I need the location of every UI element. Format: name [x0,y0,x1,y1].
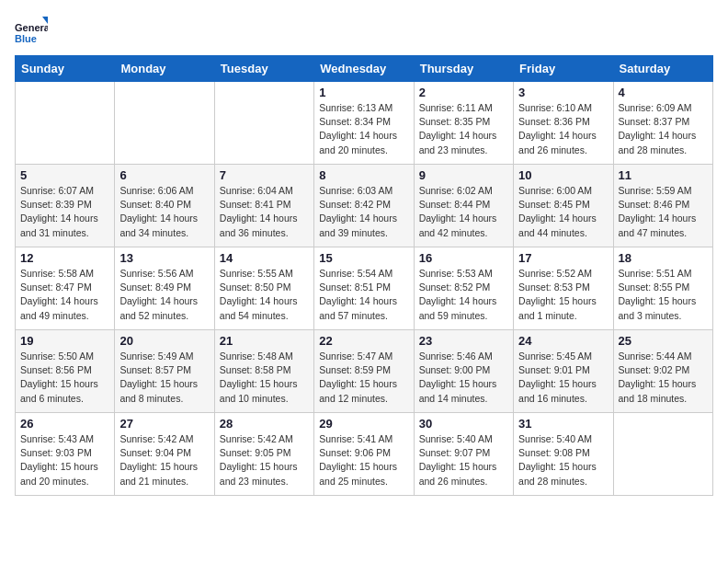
calendar-day-cell: 16Sunrise: 5:53 AM Sunset: 8:52 PM Dayli… [414,247,513,330]
calendar-day-cell: 19Sunrise: 5:50 AM Sunset: 8:56 PM Dayli… [16,330,115,413]
day-number: 16 [419,251,508,265]
day-number: 1 [319,86,408,99]
day-info: Sunrise: 5:44 AM Sunset: 9:02 PM Dayligh… [619,350,708,406]
days-of-week-row: SundayMondayTuesdayWednesdayThursdayFrid… [16,56,713,82]
day-number: 24 [518,334,608,348]
calendar-week-row: 12Sunrise: 5:58 AM Sunset: 8:47 PM Dayli… [16,247,713,330]
day-info: Sunrise: 5:58 AM Sunset: 8:47 PM Dayligh… [20,267,109,323]
day-of-week-header: Thursday [414,56,513,82]
day-info: Sunrise: 6:06 AM Sunset: 8:40 PM Dayligh… [119,184,209,240]
calendar-day-cell: 6Sunrise: 6:06 AM Sunset: 8:40 PM Daylig… [115,165,214,247]
day-info: Sunrise: 5:55 AM Sunset: 8:50 PM Dayligh… [220,267,309,323]
day-of-week-header: Saturday [613,56,712,82]
calendar-day-cell: 18Sunrise: 5:51 AM Sunset: 8:55 PM Dayli… [613,247,712,330]
calendar-day-cell: 9Sunrise: 6:02 AM Sunset: 8:44 PM Daylig… [414,165,513,247]
day-of-week-header: Friday [514,56,613,82]
day-info: Sunrise: 5:56 AM Sunset: 8:49 PM Dayligh… [119,267,209,323]
day-number: 18 [619,251,708,265]
day-info: Sunrise: 5:53 AM Sunset: 8:52 PM Dayligh… [419,267,508,323]
calendar-week-row: 1Sunrise: 6:13 AM Sunset: 8:34 PM Daylig… [16,82,713,165]
day-info: Sunrise: 5:47 AM Sunset: 8:59 PM Dayligh… [319,350,408,406]
day-number: 26 [20,417,109,431]
day-number: 30 [419,417,508,431]
calendar-day-cell: 29Sunrise: 5:41 AM Sunset: 9:06 PM Dayli… [314,413,414,496]
day-info: Sunrise: 6:04 AM Sunset: 8:41 PM Dayligh… [220,184,309,240]
calendar-day-cell: 23Sunrise: 5:46 AM Sunset: 9:00 PM Dayli… [414,330,513,413]
day-number: 28 [220,417,309,431]
day-number: 25 [619,334,708,348]
calendar-day-cell: 17Sunrise: 5:52 AM Sunset: 8:53 PM Dayli… [514,247,613,330]
calendar-day-cell: 1Sunrise: 6:13 AM Sunset: 8:34 PM Daylig… [314,82,414,165]
calendar-week-row: 19Sunrise: 5:50 AM Sunset: 8:56 PM Dayli… [16,330,713,413]
calendar-day-cell: 13Sunrise: 5:56 AM Sunset: 8:49 PM Dayli… [115,247,214,330]
day-number: 6 [119,168,209,182]
day-info: Sunrise: 5:59 AM Sunset: 8:46 PM Dayligh… [619,184,708,240]
day-of-week-header: Tuesday [214,56,313,82]
calendar-day-cell [115,82,214,165]
calendar-day-cell: 14Sunrise: 5:55 AM Sunset: 8:50 PM Dayli… [214,247,313,330]
calendar-day-cell: 3Sunrise: 6:10 AM Sunset: 8:36 PM Daylig… [514,82,613,165]
day-number: 4 [619,86,708,99]
calendar-day-cell: 26Sunrise: 5:43 AM Sunset: 9:03 PM Dayli… [16,413,115,496]
calendar-table: SundayMondayTuesdayWednesdayThursdayFrid… [15,55,713,496]
calendar-day-cell: 24Sunrise: 5:45 AM Sunset: 9:01 PM Dayli… [514,330,613,413]
day-info: Sunrise: 5:42 AM Sunset: 9:04 PM Dayligh… [119,432,209,488]
day-info: Sunrise: 5:51 AM Sunset: 8:55 PM Dayligh… [619,267,708,323]
header: General Blue [15,15,713,48]
calendar-day-cell: 5Sunrise: 6:07 AM Sunset: 8:39 PM Daylig… [16,165,115,247]
calendar-day-cell: 15Sunrise: 5:54 AM Sunset: 8:51 PM Dayli… [314,247,414,330]
calendar-day-cell: 22Sunrise: 5:47 AM Sunset: 8:59 PM Dayli… [314,330,414,413]
day-number: 20 [119,334,209,348]
day-info: Sunrise: 5:48 AM Sunset: 8:58 PM Dayligh… [220,350,309,406]
calendar-day-cell: 2Sunrise: 6:11 AM Sunset: 8:35 PM Daylig… [414,82,513,165]
day-number: 7 [220,168,309,182]
day-info: Sunrise: 5:45 AM Sunset: 9:01 PM Dayligh… [518,350,608,406]
day-number: 10 [518,168,608,182]
day-of-week-header: Sunday [16,56,115,82]
calendar-day-cell: 7Sunrise: 6:04 AM Sunset: 8:41 PM Daylig… [214,165,313,247]
day-number: 31 [518,417,608,431]
day-info: Sunrise: 5:49 AM Sunset: 8:57 PM Dayligh… [119,350,209,406]
day-info: Sunrise: 5:42 AM Sunset: 9:05 PM Dayligh… [220,432,309,488]
calendar-week-row: 26Sunrise: 5:43 AM Sunset: 9:03 PM Dayli… [16,413,713,496]
day-info: Sunrise: 6:10 AM Sunset: 8:36 PM Dayligh… [518,101,608,157]
day-info: Sunrise: 5:41 AM Sunset: 9:06 PM Dayligh… [319,432,408,488]
day-info: Sunrise: 5:46 AM Sunset: 9:00 PM Dayligh… [419,350,508,406]
day-number: 12 [20,251,109,265]
day-info: Sunrise: 5:54 AM Sunset: 8:51 PM Dayligh… [319,267,408,323]
calendar-day-cell: 21Sunrise: 5:48 AM Sunset: 8:58 PM Dayli… [214,330,313,413]
day-info: Sunrise: 6:09 AM Sunset: 8:37 PM Dayligh… [619,101,708,157]
day-info: Sunrise: 5:50 AM Sunset: 8:56 PM Dayligh… [20,350,109,406]
day-number: 3 [518,86,608,99]
calendar-day-cell: 27Sunrise: 5:42 AM Sunset: 9:04 PM Dayli… [115,413,214,496]
day-number: 13 [119,251,209,265]
calendar-day-cell: 28Sunrise: 5:42 AM Sunset: 9:05 PM Dayli… [214,413,313,496]
day-info: Sunrise: 6:11 AM Sunset: 8:35 PM Dayligh… [419,101,508,157]
day-number: 5 [20,168,109,182]
svg-text:General: General [15,22,48,33]
day-info: Sunrise: 5:43 AM Sunset: 9:03 PM Dayligh… [20,432,109,488]
day-number: 29 [319,417,408,431]
day-info: Sunrise: 6:03 AM Sunset: 8:42 PM Dayligh… [319,184,408,240]
calendar-day-cell [214,82,313,165]
day-number: 8 [319,168,408,182]
day-number: 9 [419,168,508,182]
day-info: Sunrise: 6:07 AM Sunset: 8:39 PM Dayligh… [20,184,109,240]
calendar-day-cell: 31Sunrise: 5:40 AM Sunset: 9:08 PM Dayli… [514,413,613,496]
calendar-day-cell: 25Sunrise: 5:44 AM Sunset: 9:02 PM Dayli… [613,330,712,413]
logo-bird-icon: General Blue [15,15,48,48]
logo: General Blue [15,15,48,48]
day-number: 17 [518,251,608,265]
day-info: Sunrise: 5:40 AM Sunset: 9:07 PM Dayligh… [419,432,508,488]
calendar-day-cell: 11Sunrise: 5:59 AM Sunset: 8:46 PM Dayli… [613,165,712,247]
day-info: Sunrise: 6:00 AM Sunset: 8:45 PM Dayligh… [518,184,608,240]
day-info: Sunrise: 5:40 AM Sunset: 9:08 PM Dayligh… [518,432,608,488]
calendar-day-cell: 12Sunrise: 5:58 AM Sunset: 8:47 PM Dayli… [16,247,115,330]
day-of-week-header: Monday [115,56,214,82]
day-number: 27 [119,417,209,431]
day-number: 21 [220,334,309,348]
calendar-day-cell: 10Sunrise: 6:00 AM Sunset: 8:45 PM Dayli… [514,165,613,247]
day-of-week-header: Wednesday [314,56,414,82]
calendar-day-cell: 8Sunrise: 6:03 AM Sunset: 8:42 PM Daylig… [314,165,414,247]
day-info: Sunrise: 6:13 AM Sunset: 8:34 PM Dayligh… [319,101,408,157]
